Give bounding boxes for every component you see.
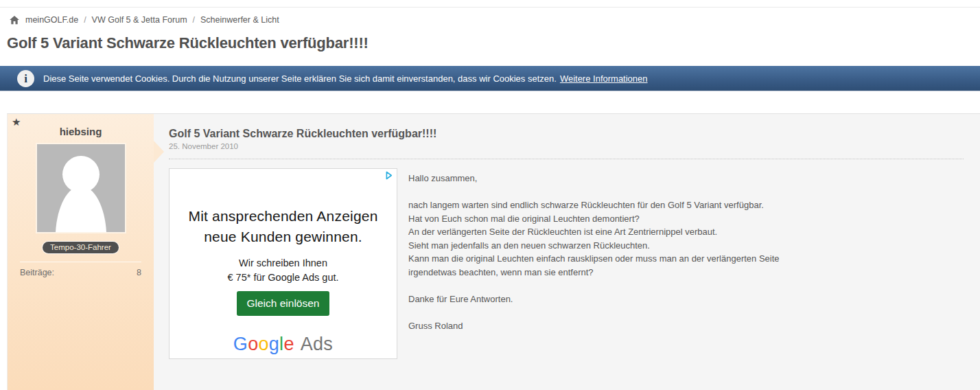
breadcrumb-link[interactable]: Scheinwerfer & Licht xyxy=(200,15,279,25)
cookie-notice-bar: i Diese Seite verwendet Cookies. Durch d… xyxy=(0,66,980,91)
forum-post: ★ hiebsing Tempo-30-Fahrer Beiträge: 8 G… xyxy=(7,113,980,390)
speech-pointer xyxy=(154,141,164,163)
post-content: Golf 5 Variant Schwarze Rückleuchten ver… xyxy=(154,114,980,390)
post-date: 25. November 2010 xyxy=(169,142,964,150)
post-title: Golf 5 Variant Schwarze Rückleuchten ver… xyxy=(169,128,964,140)
google-logo: Google xyxy=(233,334,294,354)
author-username[interactable]: hiebsing xyxy=(8,114,154,137)
breadcrumb-separator: / xyxy=(193,15,195,25)
author-sidebar: ★ hiebsing Tempo-30-Fahrer Beiträge: 8 xyxy=(8,114,154,390)
adchoices-icon[interactable] xyxy=(384,170,394,181)
post-paragraph: Danke für Eure Antworten. xyxy=(408,292,780,306)
post-paragraph: Gruss Roland xyxy=(408,319,780,333)
top-divider xyxy=(0,7,980,8)
post-body: Hallo zusammen,nach langem warten sind e… xyxy=(408,168,780,359)
breadcrumb: meinGOLF.de/VW Golf 5 & Jetta Forum/Sche… xyxy=(10,15,279,25)
google-ads-logo: GoogleAds xyxy=(170,334,397,355)
breadcrumb-link[interactable]: meinGOLF.de xyxy=(25,15,78,25)
page-title: Golf 5 Variant Schwarze Rückleuchten ver… xyxy=(7,34,369,52)
google-ad[interactable]: Mit ansprechenden Anzeigenneue Kunden ge… xyxy=(169,168,397,359)
info-icon: i xyxy=(17,70,34,87)
post-paragraph: Hallo zusammen, xyxy=(408,172,780,185)
post-paragraph: nach langem warten sind endlich schwarze… xyxy=(408,198,780,279)
breadcrumb-separator: / xyxy=(84,15,86,25)
ad-cta-button[interactable]: Gleich einlösen xyxy=(237,291,330,316)
ad-headline: Mit ansprechenden Anzeigenneue Kunden ge… xyxy=(170,206,397,247)
breadcrumb-items: meinGOLF.de/VW Golf 5 & Jetta Forum/Sche… xyxy=(25,15,279,25)
avatar[interactable] xyxy=(36,143,126,233)
stat-value: 8 xyxy=(137,268,141,277)
author-stats: Beiträge: 8 xyxy=(8,262,154,277)
cookie-notice-text: Diese Seite verwendet Cookies. Durch die… xyxy=(43,73,557,84)
breadcrumb-link[interactable]: VW Golf 5 & Jetta Forum xyxy=(92,15,187,25)
cookie-more-info-link[interactable]: Weitere Informationen xyxy=(560,73,648,84)
stat-label: Beiträge: xyxy=(20,268,54,277)
rank-badge: Tempo-30-Fahrer xyxy=(43,242,119,253)
ad-subtext: Wir schreiben Ihnen€ 75* für Google Ads … xyxy=(170,256,397,285)
star-icon: ★ xyxy=(12,116,21,128)
home-icon[interactable] xyxy=(10,16,19,25)
dotted-divider xyxy=(169,159,964,159)
ads-suffix: Ads xyxy=(301,334,333,354)
